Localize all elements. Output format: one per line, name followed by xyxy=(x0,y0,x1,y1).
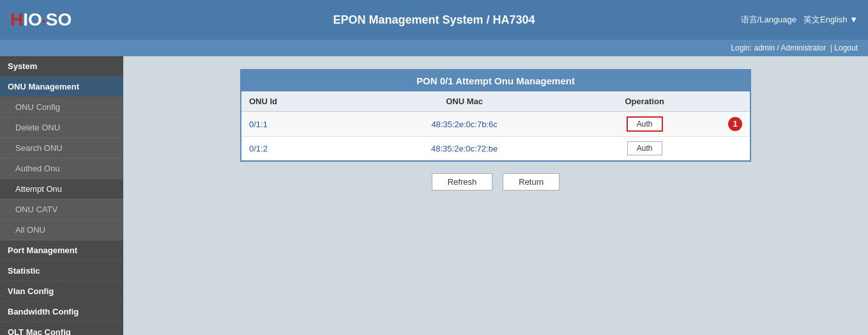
login-info: Login: admin / Administrator xyxy=(731,43,826,52)
sidebar-item-olt-mac-config[interactable]: OLT Mac Config xyxy=(0,322,123,335)
sidebar-item-bandwidth-config[interactable]: Bandwidth Config xyxy=(0,302,123,322)
sidebar-item-port-management[interactable]: Port Management xyxy=(0,240,123,261)
col-onu-id: ONU Id xyxy=(241,91,356,112)
refresh-button[interactable]: Refresh xyxy=(432,173,493,191)
auth-cell-1: Auth xyxy=(572,112,717,137)
logout-link[interactable]: | Logout xyxy=(830,43,858,52)
empty-cell xyxy=(717,137,750,160)
sidebar-item-search-onu[interactable]: Search ONU xyxy=(0,138,123,159)
language-selector[interactable]: 语言/Language 英文English ▼ xyxy=(741,14,858,26)
header-right: 语言/Language 英文English ▼ xyxy=(741,14,858,26)
table-row: 0/1:2 48:35:2e:0c:72:be Auth xyxy=(241,137,750,160)
language-value: 英文English xyxy=(803,15,848,24)
auth-cell-2: Auth xyxy=(572,137,717,160)
layout: System ONU Management ONU Config Delete … xyxy=(0,56,868,335)
onu-mac-1: 48:35:2e:0c:7b:6c xyxy=(356,112,572,137)
table-title: PON 0/1 Attempt Onu Management xyxy=(241,70,750,91)
sidebar-item-onu-catv[interactable]: ONU CATV xyxy=(0,199,123,220)
language-label: 语言/Language xyxy=(741,15,796,24)
sidebar-item-vlan-config[interactable]: Vlan Config xyxy=(0,281,123,302)
page-title: EPON Management System / HA7304 xyxy=(333,13,535,27)
header: HIO●SO EPON Management System / HA7304 语… xyxy=(0,0,868,40)
badge-1: 1 xyxy=(728,117,742,131)
onu-id-1: 0/1:1 xyxy=(241,112,356,137)
sidebar-item-system[interactable]: System xyxy=(0,56,123,77)
sidebar-item-statistic[interactable]: Statistic xyxy=(0,261,123,281)
logo-text: HIO●SO xyxy=(10,10,72,30)
auth-button-2[interactable]: Auth xyxy=(627,141,662,155)
sidebar-item-all-onu[interactable]: All ONU xyxy=(0,220,123,240)
col-badge-spacer xyxy=(717,91,750,112)
sidebar-item-authed-onu[interactable]: Authed Onu xyxy=(0,159,123,179)
onu-id-2: 0/1:2 xyxy=(241,137,356,160)
onu-table-container: PON 0/1 Attempt Onu Management ONU Id ON… xyxy=(240,69,751,162)
sub-header: Login: admin / Administrator | Logout xyxy=(0,40,868,56)
table-header-row: ONU Id ONU Mac Operation xyxy=(241,91,750,112)
sidebar-item-attempt-onu[interactable]: Attempt Onu xyxy=(0,179,123,199)
logo: HIO●SO xyxy=(10,10,72,30)
table-row: 0/1:1 48:35:2e:0c:7b:6c Auth 1 xyxy=(241,112,750,137)
sidebar-item-delete-onu[interactable]: Delete ONU xyxy=(0,118,123,138)
sidebar-item-onu-config[interactable]: ONU Config xyxy=(0,97,123,118)
main-content: PON 0/1 Attempt Onu Management ONU Id ON… xyxy=(123,56,868,335)
onu-table: ONU Id ONU Mac Operation 0/1:1 48:35:2e:… xyxy=(241,91,750,160)
return-button[interactable]: Return xyxy=(503,173,560,191)
action-buttons: Refresh Return xyxy=(136,173,855,191)
col-operation: Operation xyxy=(572,91,717,112)
sidebar-item-onu-management[interactable]: ONU Management xyxy=(0,77,123,97)
auth-button-1[interactable]: Auth xyxy=(627,116,663,132)
onu-mac-2: 48:35:2e:0c:72:be xyxy=(356,137,572,160)
col-onu-mac: ONU Mac xyxy=(356,91,572,112)
sidebar: System ONU Management ONU Config Delete … xyxy=(0,56,123,335)
badge-cell: 1 xyxy=(717,112,750,137)
